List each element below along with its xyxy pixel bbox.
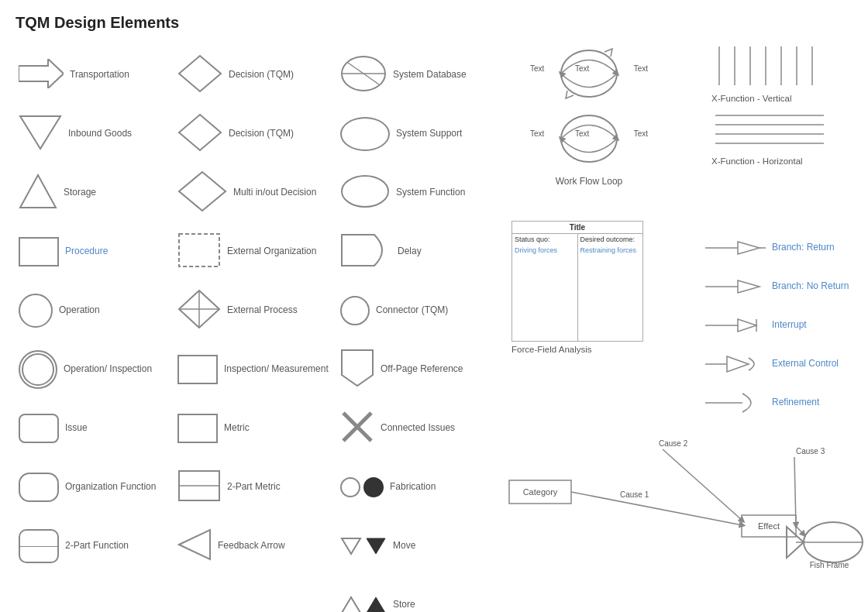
feedback-arrow-item: Feedback Arrow bbox=[174, 517, 337, 576]
metric-rect-icon bbox=[177, 414, 218, 443]
svg-text:Category: Category bbox=[523, 487, 558, 497]
system-database-label: System Database bbox=[393, 69, 467, 81]
col1: Transportation Inbound Goods Stora bbox=[16, 46, 174, 612]
org-func-icon bbox=[19, 473, 59, 502]
multi-decision-label: Multi in/out Decision bbox=[233, 187, 316, 199]
storage-item: Storage bbox=[16, 163, 174, 222]
col2: Decision (TQM) Decision (TQM) Mult bbox=[174, 46, 337, 612]
workflow-loop1-center: Text bbox=[575, 64, 589, 73]
force-field-title: Title bbox=[512, 222, 642, 234]
connector-icon bbox=[340, 296, 370, 325]
xfunc-section: X-Function - Vertical X-Function - Horiz… bbox=[711, 43, 859, 166]
cause-diagram-section: Category Effect Fish Frame Cause 1 Cause… bbox=[508, 434, 864, 569]
transportation-label: Transportation bbox=[70, 69, 129, 81]
offpage-label: Off-Page Reference bbox=[381, 363, 463, 376]
triangle-up-icon bbox=[19, 174, 57, 212]
branch-return-label: Branch: Return bbox=[772, 242, 835, 254]
ff-col2-header: Desired outcome: bbox=[578, 234, 643, 245]
svg-text:Effect: Effect bbox=[758, 521, 780, 531]
workflow-loop1-left: Text bbox=[530, 64, 544, 73]
two-part-function-item: 2-Part Function bbox=[16, 517, 174, 576]
svg-marker-40 bbox=[738, 242, 760, 254]
rounded-rect-icon bbox=[19, 414, 59, 443]
fabrication-icon bbox=[340, 477, 384, 497]
svg-marker-0 bbox=[19, 59, 64, 88]
col3: System Database System Support System Fu… bbox=[337, 46, 504, 612]
issue-label: Issue bbox=[65, 422, 88, 435]
system-support-icon bbox=[340, 117, 390, 151]
decision-tqm2-item: Decision (TQM) bbox=[174, 105, 337, 163]
workflow-loop1-right: Text bbox=[634, 64, 648, 73]
metric-label: Metric bbox=[224, 422, 250, 435]
feedback-arrow-icon bbox=[177, 528, 212, 564]
multi-diamond-icon bbox=[177, 170, 227, 215]
metric-item: Metric bbox=[174, 399, 337, 458]
decision-tqm2-label: Decision (TQM) bbox=[229, 128, 294, 140]
delay-item: Delay bbox=[337, 222, 504, 281]
svg-text:Cause 1: Cause 1 bbox=[620, 490, 649, 499]
decision-tqm1-label: Decision (TQM) bbox=[229, 69, 294, 81]
refinement-label: Refinement bbox=[772, 397, 819, 409]
external-org-label: External Organization bbox=[227, 246, 316, 258]
svg-marker-48 bbox=[727, 356, 749, 372]
system-support-label: System Support bbox=[396, 128, 462, 140]
circle-inner-icon bbox=[19, 350, 57, 389]
delay-icon bbox=[340, 233, 391, 270]
svg-marker-3 bbox=[179, 56, 221, 91]
svg-marker-21 bbox=[367, 538, 385, 554]
triangle-down-icon bbox=[19, 115, 62, 153]
svg-marker-17 bbox=[342, 350, 373, 386]
workflow-loop2-right: Text bbox=[634, 129, 648, 138]
two-part-function-label: 2-Part Function bbox=[65, 540, 129, 552]
diamond1-icon bbox=[177, 54, 222, 96]
svg-text:Cause 2: Cause 2 bbox=[659, 439, 688, 448]
fabrication-item: Fabrication bbox=[337, 458, 504, 517]
decision-tqm1-item: Decision (TQM) bbox=[174, 46, 337, 105]
svg-marker-43 bbox=[738, 280, 760, 293]
branch-no-return-label: Branch: No Return bbox=[772, 280, 849, 293]
org-function-label: Organization Function bbox=[65, 481, 156, 493]
issue-item: Issue bbox=[16, 399, 174, 458]
offpage-item: Off-Page Reference bbox=[337, 340, 504, 399]
inspection-measurement-label: Inspection/ Measurement bbox=[224, 363, 329, 376]
operation-item: Operation bbox=[16, 281, 174, 340]
svg-marker-23 bbox=[367, 597, 385, 612]
move-item: Move bbox=[337, 517, 504, 576]
svg-point-27 bbox=[561, 115, 617, 162]
arrow-right-icon bbox=[19, 59, 64, 91]
system-function-item: System Function bbox=[337, 163, 504, 222]
page: TQM Design Elements Transportation bbox=[0, 0, 868, 612]
external-org-item: External Organization bbox=[174, 222, 337, 281]
transportation-item: Transportation bbox=[16, 46, 174, 105]
multi-decision-item: Multi in/out Decision bbox=[174, 163, 337, 222]
svg-marker-22 bbox=[342, 597, 360, 612]
move-icon bbox=[340, 537, 387, 555]
inbound-goods-label: Inbound Goods bbox=[68, 128, 132, 140]
xfunc-horizontal-label: X-Function - Horizontal bbox=[711, 156, 859, 166]
svg-text:Fish Frame: Fish Frame bbox=[810, 561, 849, 569]
system-support-item: System Support bbox=[337, 105, 504, 163]
fabrication-label: Fabrication bbox=[390, 481, 436, 493]
connector-tqm-label: Connector (TQM) bbox=[376, 304, 448, 317]
operation-label: Operation bbox=[59, 304, 100, 317]
operation-inspection-label: Operation/ Inspection bbox=[64, 363, 152, 376]
ff-col1-header: Status quo: bbox=[512, 234, 578, 245]
external-process-label: External Process bbox=[227, 304, 298, 317]
ff-col2-body: Restraining forces bbox=[578, 245, 643, 256]
svg-marker-5 bbox=[179, 172, 226, 211]
svg-marker-2 bbox=[20, 175, 56, 208]
branch-section: Branch: Return Branch: No Return Interru… bbox=[704, 229, 859, 422]
svg-marker-4 bbox=[179, 115, 221, 150]
procedure-item: Procedure bbox=[16, 222, 174, 281]
force-field-label: Force-Field Analysis bbox=[512, 345, 651, 354]
system-database-icon bbox=[340, 55, 387, 95]
org-function-item: Organization Function bbox=[16, 458, 174, 517]
svg-marker-45 bbox=[738, 319, 756, 332]
svg-line-59 bbox=[663, 449, 742, 521]
external-control-label: External Control bbox=[772, 358, 839, 370]
external-org-icon bbox=[177, 232, 221, 271]
store-label: Store bbox=[393, 599, 415, 611]
svg-point-16 bbox=[342, 176, 388, 207]
system-function-icon bbox=[340, 174, 390, 211]
procedure-label: Procedure bbox=[65, 246, 108, 258]
